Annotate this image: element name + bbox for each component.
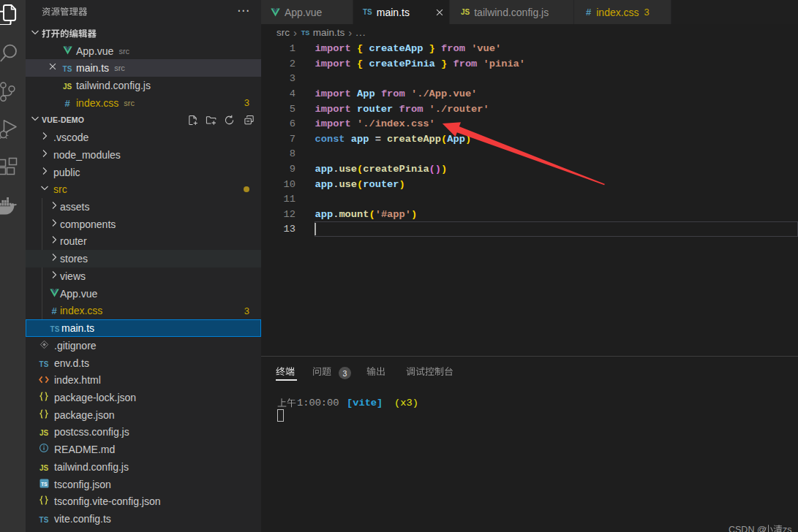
svg-text:TS: TS — [41, 481, 48, 486]
